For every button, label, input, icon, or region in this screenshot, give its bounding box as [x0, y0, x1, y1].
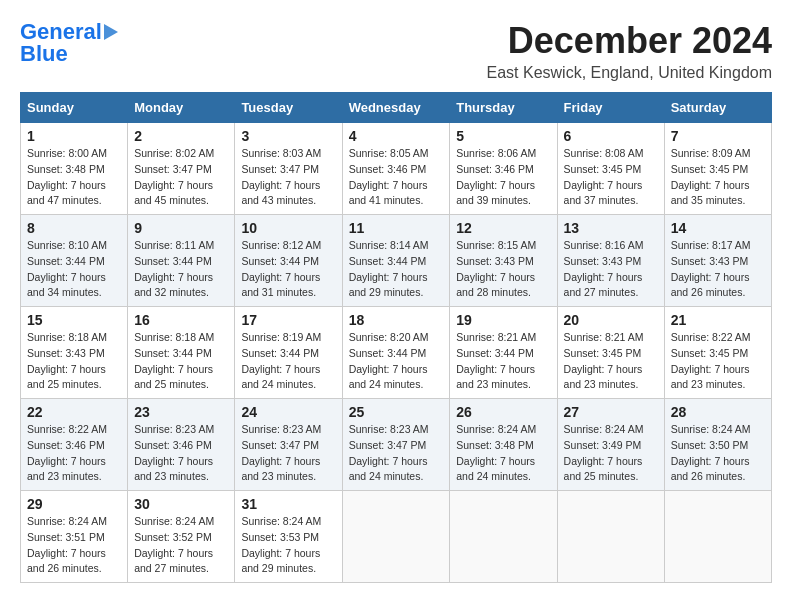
- daylight-label: Daylight: 7 hours and 47 minutes.: [27, 179, 106, 207]
- daylight-label: Daylight: 7 hours and 23 minutes.: [456, 363, 535, 391]
- day-info: Sunrise: 8:14 AMSunset: 3:44 PMDaylight:…: [349, 238, 444, 301]
- daylight-label: Daylight: 7 hours and 28 minutes.: [456, 271, 535, 299]
- sunrise-label: Sunrise: 8:06 AM: [456, 147, 536, 159]
- day-number: 14: [671, 220, 765, 236]
- sunrise-label: Sunrise: 8:24 AM: [134, 515, 214, 527]
- sunset-label: Sunset: 3:51 PM: [27, 531, 105, 543]
- daylight-label: Daylight: 7 hours and 43 minutes.: [241, 179, 320, 207]
- sunrise-label: Sunrise: 8:18 AM: [134, 331, 214, 343]
- sunset-label: Sunset: 3:45 PM: [564, 347, 642, 359]
- daylight-label: Daylight: 7 hours and 29 minutes.: [241, 547, 320, 575]
- day-number: 10: [241, 220, 335, 236]
- calendar-cell: 29Sunrise: 8:24 AMSunset: 3:51 PMDayligh…: [21, 491, 128, 583]
- day-number: 8: [27, 220, 121, 236]
- calendar-cell: 24Sunrise: 8:23 AMSunset: 3:47 PMDayligh…: [235, 399, 342, 491]
- calendar-cell: 19Sunrise: 8:21 AMSunset: 3:44 PMDayligh…: [450, 307, 557, 399]
- calendar-cell: 23Sunrise: 8:23 AMSunset: 3:46 PMDayligh…: [128, 399, 235, 491]
- weekday-header-monday: Monday: [128, 93, 235, 123]
- day-info: Sunrise: 8:03 AMSunset: 3:47 PMDaylight:…: [241, 146, 335, 209]
- calendar-cell: 13Sunrise: 8:16 AMSunset: 3:43 PMDayligh…: [557, 215, 664, 307]
- calendar-week-row: 29Sunrise: 8:24 AMSunset: 3:51 PMDayligh…: [21, 491, 772, 583]
- daylight-label: Daylight: 7 hours and 25 minutes.: [134, 363, 213, 391]
- sunset-label: Sunset: 3:47 PM: [134, 163, 212, 175]
- day-number: 17: [241, 312, 335, 328]
- sunrise-label: Sunrise: 8:22 AM: [671, 331, 751, 343]
- sunrise-label: Sunrise: 8:24 AM: [456, 423, 536, 435]
- daylight-label: Daylight: 7 hours and 23 minutes.: [671, 363, 750, 391]
- daylight-label: Daylight: 7 hours and 25 minutes.: [27, 363, 106, 391]
- daylight-label: Daylight: 7 hours and 24 minutes.: [349, 363, 428, 391]
- calendar-cell: 10Sunrise: 8:12 AMSunset: 3:44 PMDayligh…: [235, 215, 342, 307]
- day-number: 15: [27, 312, 121, 328]
- calendar-cell: 20Sunrise: 8:21 AMSunset: 3:45 PMDayligh…: [557, 307, 664, 399]
- sunrise-label: Sunrise: 8:12 AM: [241, 239, 321, 251]
- day-number: 4: [349, 128, 444, 144]
- sunrise-label: Sunrise: 8:19 AM: [241, 331, 321, 343]
- sunrise-label: Sunrise: 8:16 AM: [564, 239, 644, 251]
- day-info: Sunrise: 8:22 AMSunset: 3:45 PMDaylight:…: [671, 330, 765, 393]
- title-area: December 2024 East Keswick, England, Uni…: [487, 20, 772, 82]
- calendar-cell: 12Sunrise: 8:15 AMSunset: 3:43 PMDayligh…: [450, 215, 557, 307]
- calendar-cell: 30Sunrise: 8:24 AMSunset: 3:52 PMDayligh…: [128, 491, 235, 583]
- day-number: 29: [27, 496, 121, 512]
- sunrise-label: Sunrise: 8:21 AM: [564, 331, 644, 343]
- day-number: 20: [564, 312, 658, 328]
- daylight-label: Daylight: 7 hours and 24 minutes.: [456, 455, 535, 483]
- day-number: 24: [241, 404, 335, 420]
- sunset-label: Sunset: 3:43 PM: [456, 255, 534, 267]
- sunrise-label: Sunrise: 8:09 AM: [671, 147, 751, 159]
- day-info: Sunrise: 8:19 AMSunset: 3:44 PMDaylight:…: [241, 330, 335, 393]
- calendar-title: December 2024: [487, 20, 772, 62]
- calendar-cell: [664, 491, 771, 583]
- daylight-label: Daylight: 7 hours and 32 minutes.: [134, 271, 213, 299]
- sunset-label: Sunset: 3:43 PM: [671, 255, 749, 267]
- sunrise-label: Sunrise: 8:17 AM: [671, 239, 751, 251]
- sunrise-label: Sunrise: 8:18 AM: [27, 331, 107, 343]
- day-number: 27: [564, 404, 658, 420]
- sunrise-label: Sunrise: 8:05 AM: [349, 147, 429, 159]
- day-number: 6: [564, 128, 658, 144]
- sunrise-label: Sunrise: 8:14 AM: [349, 239, 429, 251]
- sunrise-label: Sunrise: 8:10 AM: [27, 239, 107, 251]
- daylight-label: Daylight: 7 hours and 23 minutes.: [27, 455, 106, 483]
- sunset-label: Sunset: 3:44 PM: [456, 347, 534, 359]
- header: General Blue December 2024 East Keswick,…: [20, 20, 772, 82]
- calendar-cell: 31Sunrise: 8:24 AMSunset: 3:53 PMDayligh…: [235, 491, 342, 583]
- sunset-label: Sunset: 3:45 PM: [564, 163, 642, 175]
- calendar-cell: 22Sunrise: 8:22 AMSunset: 3:46 PMDayligh…: [21, 399, 128, 491]
- day-info: Sunrise: 8:20 AMSunset: 3:44 PMDaylight:…: [349, 330, 444, 393]
- day-info: Sunrise: 8:23 AMSunset: 3:46 PMDaylight:…: [134, 422, 228, 485]
- day-info: Sunrise: 8:24 AMSunset: 3:53 PMDaylight:…: [241, 514, 335, 577]
- calendar-cell: [557, 491, 664, 583]
- sunset-label: Sunset: 3:46 PM: [349, 163, 427, 175]
- daylight-label: Daylight: 7 hours and 27 minutes.: [134, 547, 213, 575]
- sunset-label: Sunset: 3:44 PM: [241, 255, 319, 267]
- day-number: 25: [349, 404, 444, 420]
- day-number: 9: [134, 220, 228, 236]
- weekday-header-sunday: Sunday: [21, 93, 128, 123]
- day-info: Sunrise: 8:06 AMSunset: 3:46 PMDaylight:…: [456, 146, 550, 209]
- day-number: 7: [671, 128, 765, 144]
- sunset-label: Sunset: 3:48 PM: [27, 163, 105, 175]
- day-info: Sunrise: 8:18 AMSunset: 3:43 PMDaylight:…: [27, 330, 121, 393]
- daylight-label: Daylight: 7 hours and 23 minutes.: [564, 363, 643, 391]
- day-number: 18: [349, 312, 444, 328]
- day-info: Sunrise: 8:24 AMSunset: 3:52 PMDaylight:…: [134, 514, 228, 577]
- day-info: Sunrise: 8:15 AMSunset: 3:43 PMDaylight:…: [456, 238, 550, 301]
- sunset-label: Sunset: 3:43 PM: [564, 255, 642, 267]
- sunset-label: Sunset: 3:47 PM: [241, 439, 319, 451]
- day-number: 16: [134, 312, 228, 328]
- calendar-cell: [450, 491, 557, 583]
- day-info: Sunrise: 8:18 AMSunset: 3:44 PMDaylight:…: [134, 330, 228, 393]
- day-number: 22: [27, 404, 121, 420]
- calendar-cell: 9Sunrise: 8:11 AMSunset: 3:44 PMDaylight…: [128, 215, 235, 307]
- calendar-subtitle: East Keswick, England, United Kingdom: [487, 64, 772, 82]
- daylight-label: Daylight: 7 hours and 31 minutes.: [241, 271, 320, 299]
- weekday-header-thursday: Thursday: [450, 93, 557, 123]
- calendar-cell: 7Sunrise: 8:09 AMSunset: 3:45 PMDaylight…: [664, 123, 771, 215]
- day-info: Sunrise: 8:12 AMSunset: 3:44 PMDaylight:…: [241, 238, 335, 301]
- daylight-label: Daylight: 7 hours and 45 minutes.: [134, 179, 213, 207]
- day-info: Sunrise: 8:05 AMSunset: 3:46 PMDaylight:…: [349, 146, 444, 209]
- weekday-header-wednesday: Wednesday: [342, 93, 450, 123]
- sunrise-label: Sunrise: 8:11 AM: [134, 239, 214, 251]
